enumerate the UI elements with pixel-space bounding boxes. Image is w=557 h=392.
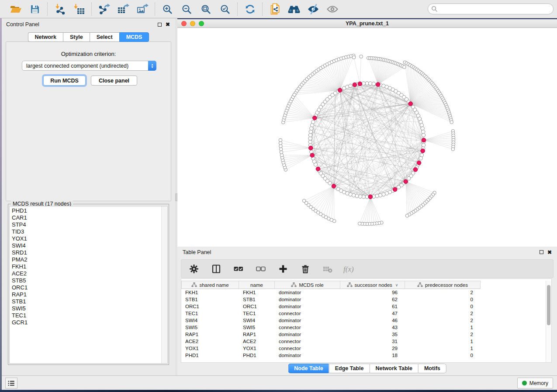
table-row[interactable]: FKH1FKH1dominator962 bbox=[181, 289, 545, 296]
tab-edge-table[interactable]: Edge Table bbox=[329, 364, 370, 373]
open-folder-button[interactable] bbox=[9, 3, 22, 16]
cell-shared-name[interactable]: ORC1 bbox=[181, 304, 239, 309]
tab-style[interactable]: Style bbox=[63, 32, 90, 42]
cell-shared-name[interactable]: SWI4 bbox=[181, 318, 239, 323]
add-button[interactable] bbox=[277, 262, 290, 275]
result-item[interactable]: SWI4 bbox=[12, 242, 167, 249]
cell-mcds-role[interactable]: dominator bbox=[275, 304, 340, 309]
cell-successor-nodes[interactable]: 62 bbox=[340, 297, 405, 302]
function-button[interactable]: f(x) bbox=[343, 262, 356, 275]
delete-table-button[interactable] bbox=[321, 262, 334, 275]
cell-shared-name[interactable]: TEC1 bbox=[181, 311, 239, 316]
cell-predecessor-nodes[interactable]: 1 bbox=[405, 325, 481, 330]
result-item[interactable]: GCR1 bbox=[12, 319, 167, 326]
cell-predecessor-nodes[interactable]: 2 bbox=[405, 311, 481, 316]
cell-predecessor-nodes[interactable]: 1 bbox=[405, 346, 481, 351]
cell-shared-name[interactable]: RAP1 bbox=[181, 332, 239, 337]
cell-predecessor-nodes[interactable]: 0 bbox=[405, 353, 481, 358]
cell-mcds-role[interactable]: dominator bbox=[275, 297, 340, 302]
cell-mcds-role[interactable]: connector bbox=[275, 325, 340, 330]
close-panel-icon[interactable]: ✖ bbox=[166, 22, 170, 27]
task-history-button[interactable] bbox=[5, 378, 17, 389]
cell-successor-nodes[interactable]: 46 bbox=[340, 318, 405, 323]
cell-successor-nodes[interactable]: 96 bbox=[340, 290, 405, 295]
cell-mcds-role[interactable]: dominator bbox=[275, 318, 340, 323]
gear-button[interactable] bbox=[187, 262, 201, 275]
tab-mcds[interactable]: MCDS bbox=[119, 32, 149, 42]
result-item[interactable]: PMA2 bbox=[12, 256, 167, 263]
cell-predecessor-nodes[interactable]: 0 bbox=[405, 304, 481, 309]
save-button[interactable] bbox=[28, 3, 42, 16]
result-scrollbar[interactable] bbox=[161, 206, 167, 363]
tab-select[interactable]: Select bbox=[90, 32, 119, 42]
show-eye-button[interactable] bbox=[326, 3, 339, 16]
column-header-name[interactable]: name bbox=[239, 281, 275, 289]
table-row[interactable]: ORC1ORC1dominator610 bbox=[181, 303, 545, 310]
columns-button[interactable] bbox=[210, 262, 223, 275]
cell-mcds-role[interactable]: connector bbox=[275, 339, 340, 344]
column-header-shared-name[interactable]: shared name bbox=[181, 281, 239, 289]
tab-network[interactable]: Network bbox=[28, 32, 63, 42]
float-table-panel-icon[interactable] bbox=[540, 250, 543, 254]
cell-name[interactable]: SWI5 bbox=[239, 325, 275, 330]
table-scrollbar[interactable] bbox=[546, 281, 551, 362]
table-row[interactable]: SWI5SWI5connector431 bbox=[181, 324, 545, 331]
hide-eye-button[interactable] bbox=[307, 3, 320, 16]
cell-shared-name[interactable]: ACE2 bbox=[181, 339, 239, 344]
result-item[interactable]: YOX1 bbox=[12, 235, 167, 242]
table-row[interactable]: TEC1TEC1connector472 bbox=[181, 310, 545, 317]
cell-name[interactable]: TEC1 bbox=[239, 311, 275, 316]
column-header-successor-nodes[interactable]: successor nodes∨ bbox=[340, 281, 405, 289]
result-item[interactable]: STP4 bbox=[12, 221, 167, 228]
cell-name[interactable]: YOX1 bbox=[239, 346, 275, 351]
cell-name[interactable]: RAP1 bbox=[239, 332, 275, 337]
result-item[interactable]: STB5 bbox=[12, 277, 167, 284]
export-table-button[interactable] bbox=[117, 3, 130, 16]
cell-name[interactable]: STB1 bbox=[239, 297, 275, 302]
search-binoculars-button[interactable] bbox=[287, 3, 301, 16]
cell-mcds-role[interactable]: dominator bbox=[275, 332, 340, 337]
import-table-button[interactable] bbox=[73, 3, 86, 16]
memory-button[interactable]: Memory bbox=[517, 378, 553, 389]
network-canvas[interactable] bbox=[177, 28, 557, 247]
search-box[interactable] bbox=[428, 3, 554, 14]
float-panel-icon[interactable] bbox=[158, 23, 162, 27]
cell-successor-nodes[interactable]: 35 bbox=[340, 332, 405, 337]
result-item[interactable]: STB1 bbox=[12, 298, 167, 305]
result-item[interactable]: RAP1 bbox=[12, 291, 167, 298]
table-row[interactable]: RAP1RAP1dominator352 bbox=[181, 331, 545, 338]
cell-predecessor-nodes[interactable]: 2 bbox=[405, 332, 481, 337]
cell-name[interactable]: FKH1 bbox=[239, 290, 275, 295]
export-image-button[interactable] bbox=[136, 3, 149, 16]
close-panel-button[interactable]: Close panel bbox=[91, 76, 137, 86]
table-row[interactable]: YOX1YOX1connector291 bbox=[181, 345, 545, 352]
result-item[interactable]: CAR1 bbox=[12, 214, 167, 221]
close-table-panel-icon[interactable]: ✖ bbox=[547, 250, 552, 255]
cell-mcds-role[interactable]: connector bbox=[275, 311, 340, 316]
zoom-out-button[interactable] bbox=[180, 3, 193, 16]
zoom-selected-button[interactable] bbox=[218, 3, 232, 16]
result-item[interactable]: ACE2 bbox=[12, 270, 167, 277]
table-row[interactable]: SWI4SWI4dominator462 bbox=[181, 317, 545, 324]
cell-shared-name[interactable]: PHD1 bbox=[181, 353, 239, 358]
refresh-button[interactable] bbox=[243, 3, 256, 16]
cell-successor-nodes[interactable]: 18 bbox=[340, 353, 405, 358]
result-item[interactable]: SWI5 bbox=[12, 305, 167, 312]
result-item[interactable]: FKH1 bbox=[12, 263, 167, 270]
cell-shared-name[interactable]: STB1 bbox=[181, 297, 239, 302]
cell-mcds-role[interactable]: dominator bbox=[275, 353, 340, 358]
cell-mcds-role[interactable]: dominator bbox=[275, 290, 340, 295]
column-header-MCDS-role[interactable]: MCDS role bbox=[275, 281, 340, 289]
scrollbar-thumb[interactable] bbox=[547, 285, 550, 325]
zoom-fit-button[interactable] bbox=[199, 3, 212, 16]
cell-shared-name[interactable]: YOX1 bbox=[181, 346, 239, 351]
cell-successor-nodes[interactable]: 43 bbox=[340, 325, 405, 330]
cell-mcds-role[interactable]: connector bbox=[275, 346, 340, 351]
tab-motifs[interactable]: Motifs bbox=[418, 364, 446, 373]
cell-successor-nodes[interactable]: 31 bbox=[340, 339, 405, 344]
cell-successor-nodes[interactable]: 29 bbox=[340, 346, 405, 351]
table-row[interactable]: STB1STB1dominator620 bbox=[181, 296, 545, 303]
network-graph[interactable] bbox=[177, 28, 557, 247]
export-network-button[interactable] bbox=[97, 3, 111, 16]
cell-predecessor-nodes[interactable]: 0 bbox=[405, 297, 481, 302]
